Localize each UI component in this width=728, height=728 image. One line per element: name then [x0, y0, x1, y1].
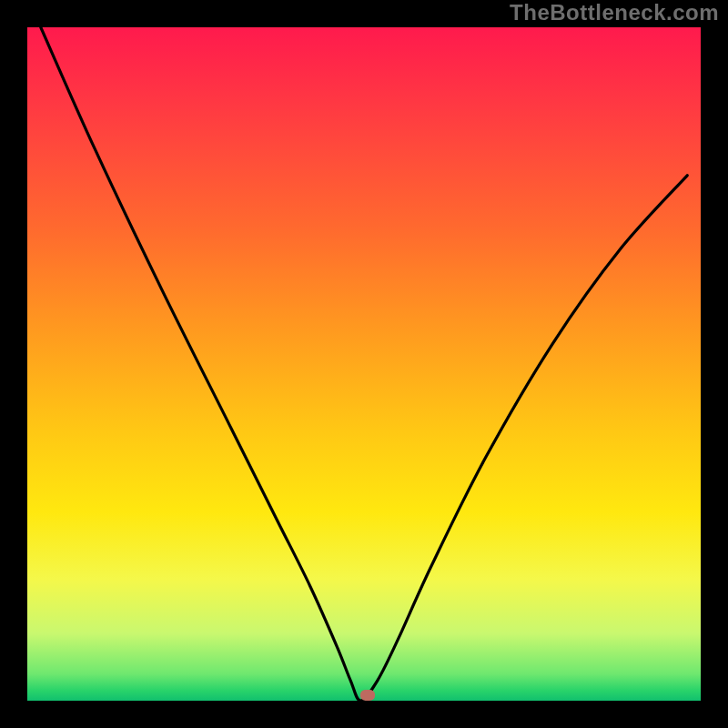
plot-area	[27, 27, 701, 701]
watermark-text: TheBottleneck.com	[510, 0, 719, 25]
optimal-point-marker	[360, 690, 375, 701]
chart-frame: TheBottleneck.com	[0, 0, 728, 728]
bottleneck-curve	[27, 27, 701, 701]
